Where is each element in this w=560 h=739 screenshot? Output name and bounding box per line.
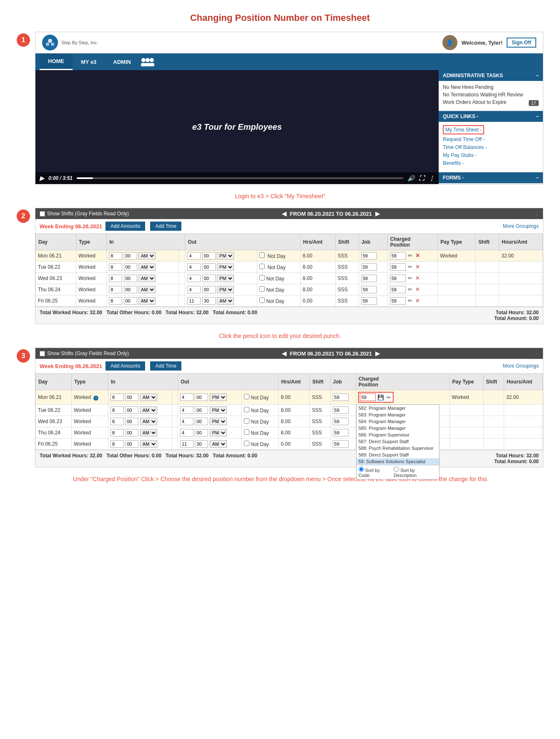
edit-icon-1[interactable]: ✏ bbox=[408, 252, 412, 259]
job-input-3-5[interactable] bbox=[333, 440, 349, 448]
quick-link-pay-stubs[interactable]: My Pay Stubs - bbox=[443, 152, 539, 158]
edit-icon-3[interactable]: ✏ bbox=[408, 275, 412, 281]
in-min-3-1[interactable] bbox=[125, 393, 138, 401]
quick-link-time-off-balances[interactable]: Time Off Balances - bbox=[443, 144, 539, 150]
quick-link-timesheet[interactable]: My Time Sheet - bbox=[443, 125, 484, 134]
dropdown-item-587[interactable]: 587: Direct Support Staff bbox=[357, 438, 439, 445]
out-ampm-3[interactable]: PM bbox=[217, 275, 234, 282]
prev-week-arrow-3[interactable]: ◀ bbox=[282, 350, 286, 357]
delete-icon-1[interactable]: ✕ bbox=[415, 252, 420, 259]
add-time-btn-3[interactable]: Add Time bbox=[150, 361, 181, 371]
in-min-3[interactable] bbox=[124, 275, 137, 282]
out-ampm-3-4[interactable]: PM bbox=[210, 429, 227, 436]
job-input-3-1[interactable] bbox=[333, 393, 349, 401]
save-icon-editing[interactable]: 💾 bbox=[377, 394, 384, 401]
position-dropdown-list[interactable]: 582: Program Manager 583: Program Manage… bbox=[356, 404, 439, 479]
row1-in[interactable]: AMPM bbox=[107, 250, 179, 262]
add-time-btn-2[interactable]: Add Time bbox=[150, 222, 181, 231]
position-dropdown[interactable]: 💾 ✏ bbox=[358, 392, 394, 403]
in-ampm-4[interactable]: AM bbox=[138, 286, 156, 293]
notday-cb-3-3[interactable] bbox=[244, 418, 249, 424]
edit-icon-5[interactable]: ✏ bbox=[408, 298, 412, 304]
collapse-forms-icon[interactable]: − bbox=[536, 175, 539, 181]
in-min-5[interactable] bbox=[124, 297, 137, 305]
delete-icon-3[interactable]: ✕ bbox=[415, 275, 420, 281]
out-ampm-1[interactable]: AMPM bbox=[217, 252, 234, 260]
prev-week-arrow[interactable]: ◀ bbox=[282, 210, 286, 217]
job-input-3-4[interactable] bbox=[333, 429, 349, 436]
notday-cb-4[interactable] bbox=[259, 286, 265, 292]
sort-by-code-radio[interactable] bbox=[359, 467, 364, 472]
in-ampm-3[interactable]: AM bbox=[138, 275, 156, 282]
collapse-admin-icon[interactable]: − bbox=[536, 73, 539, 78]
in-hour-3-2[interactable] bbox=[110, 406, 124, 414]
in-hour-5[interactable] bbox=[109, 297, 122, 305]
position-input-3[interactable] bbox=[390, 275, 406, 282]
out-hour-3[interactable] bbox=[187, 275, 201, 282]
nav-admin[interactable]: ADMIN bbox=[105, 53, 139, 70]
row1-out[interactable]: AMPM bbox=[185, 250, 257, 262]
dropdown-item-588[interactable]: 588: Psych Rehabilitation Supervisor bbox=[357, 445, 439, 451]
out-hour-3-5[interactable] bbox=[180, 440, 193, 448]
row2-in[interactable]: AM bbox=[107, 262, 179, 273]
out-hour-2[interactable] bbox=[187, 263, 201, 271]
out-min-4[interactable] bbox=[202, 286, 216, 293]
fullscreen-icon[interactable]: ⛶ bbox=[419, 175, 424, 182]
volume-icon[interactable]: 🔊 bbox=[407, 175, 414, 182]
in-ampm-3-4[interactable]: AM bbox=[140, 429, 157, 436]
print-icon[interactable]: 🖨 bbox=[533, 210, 539, 217]
in-ampm-3-2[interactable]: AM bbox=[140, 406, 157, 414]
notday-cb-3-5[interactable] bbox=[244, 441, 249, 446]
edit-icon-2[interactable]: ✏ bbox=[408, 264, 412, 270]
out-hour-1[interactable] bbox=[187, 252, 201, 260]
notday-cb-3-2[interactable] bbox=[244, 407, 249, 412]
job-input-3-3[interactable] bbox=[333, 418, 349, 425]
notday-cb-1[interactable] bbox=[259, 252, 265, 258]
position-input-editing[interactable] bbox=[360, 393, 376, 401]
out-ampm-3-5[interactable]: AM bbox=[210, 440, 227, 448]
dropdown-item-584[interactable]: 584: Program Manager bbox=[357, 418, 439, 425]
in-hour-1[interactable] bbox=[109, 252, 122, 260]
out-hour-3-1[interactable] bbox=[180, 393, 193, 401]
row1-position[interactable]: ✏ ✕ bbox=[387, 250, 438, 262]
out-min-3-1[interactable] bbox=[195, 393, 208, 401]
row1-job[interactable] bbox=[359, 250, 387, 262]
out-ampm-3-1[interactable]: PM bbox=[210, 393, 227, 401]
in-hour-4[interactable] bbox=[109, 286, 122, 293]
out-hour-3-3[interactable] bbox=[180, 418, 193, 425]
show-shifts-checkbox[interactable] bbox=[40, 211, 45, 217]
out-ampm-2[interactable]: PM bbox=[217, 263, 234, 271]
row1-notday2[interactable]: Not Day bbox=[257, 250, 301, 262]
next-week-arrow-3[interactable]: ▶ bbox=[375, 350, 380, 357]
out-ampm-3-3[interactable]: PM bbox=[210, 418, 227, 425]
position-cell-editing[interactable]: 💾 ✏ 582: Program Manager 583: Program Ma… bbox=[356, 390, 450, 405]
out-min-3-4[interactable] bbox=[195, 429, 208, 436]
video-controls[interactable]: ▶ 0:00 / 3:51 🔊 ⛶ ⋮ bbox=[35, 172, 439, 184]
collapse-quick-links-icon[interactable]: − bbox=[536, 113, 539, 119]
in-hour-3-3[interactable] bbox=[110, 418, 124, 425]
position-input-4[interactable] bbox=[390, 286, 406, 293]
in-hour-3-1[interactable] bbox=[110, 393, 124, 401]
play-button[interactable]: ▶ bbox=[40, 175, 44, 182]
in-ampm-1[interactable]: AMPM bbox=[138, 252, 156, 260]
nav-my-e3[interactable]: MY e3 bbox=[73, 53, 105, 70]
out-ampm-3-2[interactable]: PM bbox=[210, 406, 227, 414]
job-input-3-2[interactable] bbox=[333, 406, 349, 414]
job-input-3[interactable] bbox=[361, 275, 377, 282]
out-ampm-4[interactable]: PM bbox=[217, 286, 234, 293]
out-min-3-5[interactable] bbox=[195, 440, 208, 448]
dropdown-item-586[interactable]: 586: Program Supervisor bbox=[357, 431, 439, 438]
in-min-3-2[interactable] bbox=[125, 406, 138, 414]
delete-icon-2[interactable]: ✕ bbox=[415, 264, 420, 270]
in-min-3-5[interactable] bbox=[125, 440, 138, 448]
delete-icon-5[interactable]: ✕ bbox=[415, 298, 420, 304]
edit-icon-4[interactable]: ✏ bbox=[408, 286, 412, 293]
quick-link-request-time-off[interactable]: Request Time Off - bbox=[443, 136, 539, 142]
progress-bar[interactable] bbox=[77, 177, 403, 179]
more-options-icon[interactable]: ⋮ bbox=[429, 175, 434, 182]
in-min-3-4[interactable] bbox=[125, 429, 138, 436]
nav-people-icon[interactable] bbox=[139, 53, 156, 70]
out-min-2[interactable] bbox=[202, 263, 216, 271]
more-groupings-3[interactable]: More Groupings bbox=[503, 363, 539, 369]
in-ampm-3-1[interactable]: AM bbox=[140, 393, 157, 401]
